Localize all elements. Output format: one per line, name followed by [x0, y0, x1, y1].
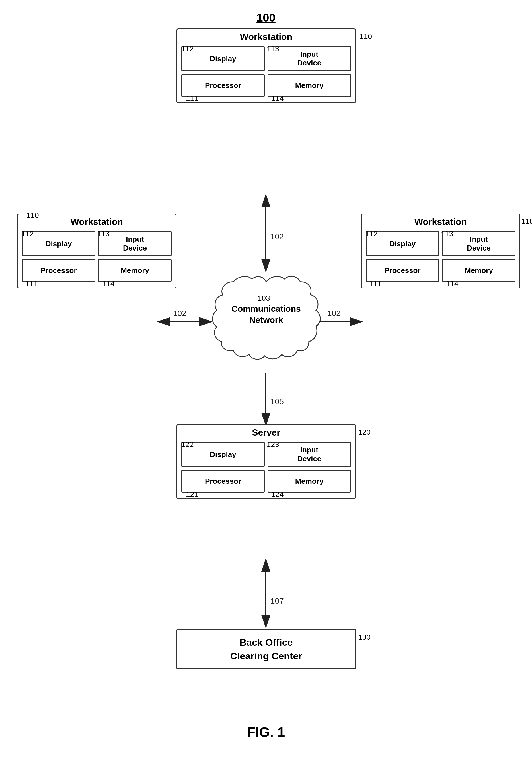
workstation-left: 110 Workstation 112 113 Display InputDev… — [17, 214, 176, 288]
workstation-left-ref-outer: 110 — [26, 211, 39, 220]
ws-top-memory-ref: 114 — [271, 94, 283, 103]
workstation-right: 110 Workstation 112 113 Display InputDev… — [361, 214, 520, 288]
figure-number: 100 — [256, 12, 276, 24]
ws-left-display-ref: 112 — [21, 229, 34, 238]
ws-left-memory-ref: 114 — [102, 279, 114, 288]
server-display: Display — [181, 442, 265, 467]
ws-right-processor-ref: 111 — [369, 279, 381, 288]
network-ref: 103 — [258, 294, 270, 303]
ws-right-memory-ref: 114 — [446, 279, 458, 288]
server-memory-ref: 124 — [271, 490, 283, 499]
ws-top-display: Display — [181, 46, 265, 71]
network-label: CommunicationsNetwork — [205, 303, 327, 325]
ws-left-processor-ref: 111 — [25, 279, 38, 288]
server-box: 120 Server 122 123 Display InputDevice P… — [176, 424, 356, 499]
server-input: InputDevice — [268, 442, 351, 467]
server-processor-ref: 121 — [186, 490, 198, 499]
svg-text:102: 102 — [327, 309, 341, 318]
ws-left-input-ref: 113 — [97, 229, 109, 238]
workstation-top-title: Workstation — [177, 29, 355, 43]
ws-left-processor: Processor — [22, 259, 95, 282]
workstation-right-title: Workstation — [362, 214, 519, 228]
ws-top-memory: Memory — [268, 74, 351, 97]
workstation-top: 110 Workstation 112 113 Display InputDev… — [176, 28, 356, 103]
workstation-right-ref-outer: 110 — [521, 217, 532, 226]
ws-right-processor: Processor — [366, 259, 439, 282]
ws-top-processor-ref: 111 — [186, 94, 198, 103]
server-title: Server — [177, 425, 355, 439]
ws-right-display-ref: 112 — [365, 229, 377, 238]
back-office-ref: 130 — [358, 633, 370, 642]
ws-left-memory: Memory — [98, 259, 172, 282]
workstation-top-ref: 110 — [360, 32, 372, 41]
ws-right-input-ref: 113 — [441, 229, 453, 238]
back-office-label: Back OfficeClearing Center — [177, 630, 355, 668]
svg-text:105: 105 — [270, 397, 284, 406]
ws-right-memory: Memory — [442, 259, 516, 282]
svg-text:102: 102 — [173, 309, 187, 318]
svg-text:102: 102 — [270, 232, 284, 241]
server-display-ref: 122 — [181, 440, 193, 449]
server-processor: Processor — [181, 470, 265, 493]
figure-label: FIG. 1 — [247, 724, 285, 740]
server-ref-outer: 120 — [358, 428, 370, 437]
server-memory: Memory — [268, 470, 351, 493]
svg-text:107: 107 — [270, 596, 284, 605]
back-office-box: 130 Back OfficeClearing Center — [176, 629, 356, 669]
ws-top-display-ref: 112 — [181, 45, 193, 53]
communications-network: CommunicationsNetwork 103 — [205, 273, 327, 376]
workstation-left-title: Workstation — [18, 214, 176, 228]
diagram-container: 102 102 102 105 107 100 110 Workstation … — [0, 0, 532, 757]
server-input-ref: 123 — [267, 440, 279, 449]
ws-top-processor: Processor — [181, 74, 265, 97]
ws-top-input-ref: 113 — [267, 45, 279, 53]
ws-top-input: InputDevice — [268, 46, 351, 71]
